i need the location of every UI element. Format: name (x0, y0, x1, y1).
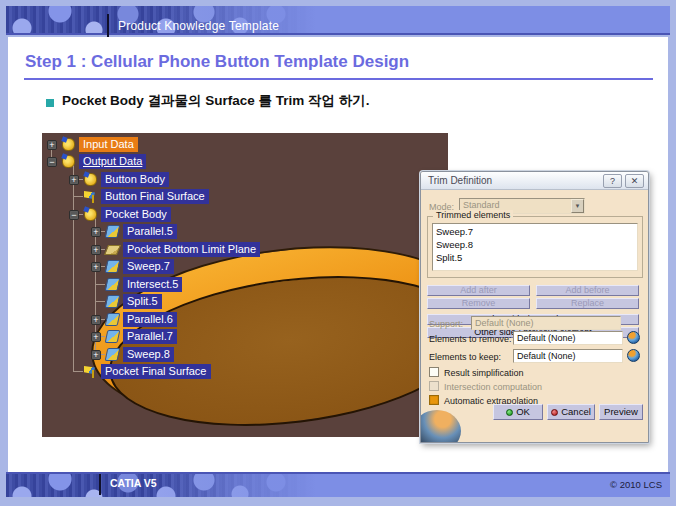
tree-node-label[interactable]: Pocket Final Surface (101, 364, 211, 379)
slide-page: Product Knowledge Template Step 1 : Cell… (0, 0, 676, 506)
remove-button[interactable]: Remove (427, 298, 530, 309)
cancel-dot-icon (551, 409, 558, 416)
tree-node-label[interactable]: Pocket Bottom Limit Plane (123, 242, 260, 257)
tree-node-label[interactable]: Sweep.7 (123, 259, 174, 274)
footer-product: CATIA V5 (110, 477, 157, 489)
tree-node-label[interactable]: Parallel.7 (123, 329, 177, 344)
element-selector-icon[interactable] (627, 331, 640, 344)
slide-content: Step 1 : Cellular Phone Button Template … (8, 37, 668, 472)
surface-icon (105, 260, 121, 273)
result-simplification-checkbox[interactable] (429, 367, 439, 377)
tree-node-output-data[interactable]: − Output Data (42, 154, 322, 169)
body-icon (62, 138, 75, 151)
tree-node-label[interactable]: Split.5 (123, 294, 162, 309)
preview-button-label: Preview (604, 406, 638, 417)
tree-node-button-body[interactable]: + Button Body (42, 172, 322, 187)
tree-node-button-final-surface[interactable]: Button Final Surface (42, 189, 322, 204)
support-label: Support: (429, 319, 463, 329)
plane-icon (104, 245, 121, 255)
bullet-text: Pocket Body 결과물의 Surface 를 Trim 작업 하기. (62, 92, 370, 110)
dialog-titlebar[interactable]: Trim Definition ? ✕ (421, 172, 648, 190)
tree-node-label[interactable]: Parallel.6 (123, 312, 177, 327)
tree-node-label[interactable]: Button Final Surface (101, 189, 209, 204)
tree-node-label[interactable]: Sweep.8 (123, 347, 174, 362)
footer-copyright: © 2010 LCS (610, 479, 662, 490)
list-item[interactable]: Split.5 (436, 251, 634, 264)
surface-icon (105, 348, 121, 361)
replace-button[interactable]: Replace (536, 298, 639, 309)
preview-button[interactable]: Preview (599, 404, 643, 420)
title-underline (24, 78, 653, 80)
elements-to-remove-field[interactable]: Default (None) (513, 331, 623, 345)
add-after-button[interactable]: Add after (427, 285, 530, 296)
footer-band (6, 472, 670, 497)
dialog-title: Trim Definition (428, 175, 492, 186)
cancel-button-label: Cancel (561, 406, 591, 417)
body-icon (84, 208, 97, 221)
trimmed-elements-label: Trimmed elements (433, 210, 513, 220)
tree-node-pocket-bottom-limit-plane[interactable]: + Pocket Bottom Limit Plane (42, 242, 322, 257)
expander-icon[interactable]: + (91, 315, 101, 325)
header-band: Product Knowledge Template (6, 6, 670, 35)
tree-node-label[interactable]: Input Data (79, 137, 138, 152)
surface-flag-icon (84, 190, 97, 203)
surface-icon (105, 330, 121, 343)
support-field[interactable]: Default (None) (471, 316, 621, 330)
tree-node-sweep8[interactable]: + Sweep.8 (42, 347, 322, 362)
dialog-corner-art (420, 410, 461, 443)
help-icon[interactable]: ? (603, 174, 622, 188)
catia-viewport: + Input Data − Output Data + Button Body… (42, 133, 448, 437)
expander-icon[interactable]: + (47, 140, 57, 150)
element-selector-icon[interactable] (627, 349, 640, 362)
tree-node-intersect5[interactable]: Intersect.5 (42, 277, 322, 292)
automatic-extrapolation-checkbox[interactable] (429, 395, 439, 405)
body-icon (62, 155, 75, 168)
tree-node-sweep7[interactable]: + Sweep.7 (42, 259, 322, 274)
elements-to-keep-label: Elements to keep: (429, 352, 501, 362)
cancel-button[interactable]: Cancel (547, 404, 595, 420)
expander-icon[interactable]: + (91, 350, 101, 360)
body-icon (84, 173, 97, 186)
tree-node-input-data[interactable]: + Input Data (42, 137, 322, 152)
surface-flag-icon (84, 365, 97, 378)
dropdown-arrow-icon[interactable]: ▼ (571, 199, 584, 213)
expander-icon[interactable]: + (91, 245, 101, 255)
specification-tree: + Input Data − Output Data + Button Body… (42, 133, 322, 437)
ok-dot-icon (506, 409, 513, 416)
surface-icon (105, 225, 121, 238)
trimmed-elements-list[interactable]: Sweep.7 Sweep.8 Split.5 (432, 223, 638, 271)
expander-icon[interactable]: − (47, 157, 57, 167)
elements-to-keep-field[interactable]: Default (None) (513, 349, 623, 363)
list-item[interactable]: Sweep.8 (436, 238, 634, 251)
tree-node-label[interactable]: Pocket Body (101, 207, 171, 222)
tree-node-parallel7[interactable]: + Parallel.7 (42, 329, 322, 344)
ok-button-label: OK (516, 406, 530, 417)
result-simplification-label: Result simplification (444, 368, 524, 378)
ok-button[interactable]: OK (493, 404, 543, 420)
tree-node-label[interactable]: Output Data (79, 154, 146, 169)
tree-node-label[interactable]: Intersect.5 (123, 277, 182, 292)
expander-icon[interactable]: + (91, 262, 101, 272)
close-icon[interactable]: ✕ (625, 174, 644, 188)
page-title: Step 1 : Cellular Phone Button Template … (25, 52, 409, 72)
surface-icon (105, 278, 121, 291)
expander-icon[interactable]: − (69, 210, 79, 220)
intersection-computation-label: Intersection computation (444, 382, 542, 392)
tree-node-split5[interactable]: Split.5 (42, 294, 322, 309)
tree-node-pocket-body[interactable]: − Pocket Body (42, 207, 322, 222)
elements-to-remove-label: Elements to remove: (429, 334, 512, 344)
bullet-icon (46, 99, 54, 107)
add-before-button[interactable]: Add before (536, 285, 639, 296)
tree-node-label[interactable]: Button Body (101, 172, 169, 187)
expander-icon[interactable]: + (91, 332, 101, 342)
tree-node-pocket-final-surface[interactable]: Pocket Final Surface (42, 364, 322, 379)
list-item[interactable]: Sweep.7 (436, 225, 634, 238)
tree-node-parallel6[interactable]: + Parallel.6 (42, 312, 322, 327)
tree-node-label[interactable]: Parallel.5 (123, 224, 177, 239)
expander-icon[interactable]: + (69, 175, 79, 185)
footer-divider (99, 474, 101, 495)
tree-node-parallel5[interactable]: + Parallel.5 (42, 224, 322, 239)
header-divider (107, 14, 109, 39)
header-title: Product Knowledge Template (118, 19, 279, 33)
expander-icon[interactable]: + (91, 227, 101, 237)
